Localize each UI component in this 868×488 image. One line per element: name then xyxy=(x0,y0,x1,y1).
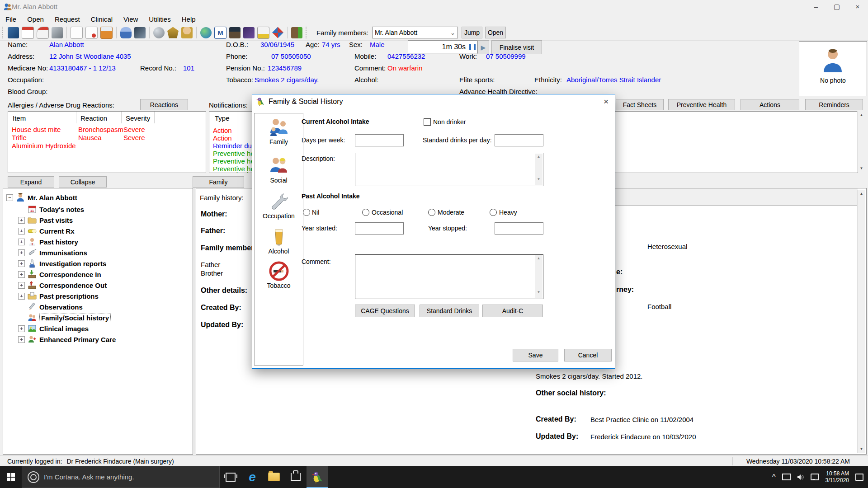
menu-open[interactable]: Open xyxy=(22,14,49,24)
audit-c-button[interactable]: Audit-C xyxy=(482,305,543,317)
tab-family[interactable]: Family xyxy=(193,176,244,188)
cortana-search-box[interactable]: I'm Cortana. Ask me anything. xyxy=(22,466,220,488)
imaging-icon[interactable] xyxy=(134,27,146,38)
education-icon[interactable] xyxy=(229,27,241,38)
tab-actions[interactable]: Actions xyxy=(741,99,799,110)
maximize-button[interactable]: ▢ xyxy=(826,0,847,13)
sidebar-item-family[interactable]: Family xyxy=(256,117,301,145)
menu-help[interactable]: Help xyxy=(176,14,201,24)
jump-button[interactable]: Jump xyxy=(462,27,482,38)
internet-icon[interactable] xyxy=(200,27,212,38)
expand-box-icon[interactable]: + xyxy=(18,217,25,224)
expand-button[interactable]: Expand xyxy=(8,176,54,188)
scales-icon[interactable] xyxy=(167,27,179,38)
tree-item-past-visits[interactable]: + Past visits xyxy=(18,216,73,225)
year-stopped-input[interactable] xyxy=(495,222,543,235)
sidebar-item-alcohol[interactable]: Alcohol xyxy=(256,227,301,255)
menu-request[interactable]: Request xyxy=(49,14,85,24)
non-drinker-checkbox[interactable] xyxy=(424,118,431,126)
sidebar-item-tobacco[interactable]: Tobacco xyxy=(256,261,301,289)
tray-message-icon[interactable] xyxy=(811,474,819,480)
days-per-week-input[interactable] xyxy=(355,134,404,146)
notification-row[interactable]: Preventive he xyxy=(213,150,255,157)
appointment-search-icon[interactable] xyxy=(37,27,49,39)
specimen-jar-icon[interactable] xyxy=(120,27,132,38)
save-button[interactable]: Save xyxy=(513,349,558,361)
radio-occasional[interactable] xyxy=(362,209,369,216)
file-explorer-icon[interactable] xyxy=(263,466,285,488)
pause-icon[interactable] xyxy=(469,44,476,50)
radio-heavy[interactable] xyxy=(490,209,497,216)
menu-utilities[interactable]: Utilities xyxy=(143,14,176,24)
new-document-icon[interactable] xyxy=(71,27,83,39)
prescription-bottle-icon[interactable] xyxy=(100,27,113,39)
expand-box-icon[interactable]: + xyxy=(18,271,25,278)
tree-item-current-rx[interactable]: + Current Rx xyxy=(18,226,75,235)
notification-row[interactable]: Action xyxy=(213,134,232,142)
tray-speaker-icon[interactable] xyxy=(797,474,804,480)
notification-row[interactable]: Preventive he xyxy=(213,157,255,165)
tray-display-icon[interactable] xyxy=(782,474,791,480)
cage-questions-button[interactable]: CAGE Questions xyxy=(355,305,415,317)
menu-file[interactable]: File xyxy=(0,14,22,24)
records-cabinet-icon[interactable] xyxy=(52,27,63,38)
report-printer-icon[interactable] xyxy=(257,27,269,39)
tree-item-investigation-reports[interactable]: + Investigation reports xyxy=(18,259,106,268)
sidebar-item-occupation[interactable]: Occupation xyxy=(256,192,301,220)
splitter[interactable] xyxy=(193,188,195,454)
notification-center-icon[interactable] xyxy=(855,474,863,481)
menu-view[interactable]: View xyxy=(118,14,143,24)
radio-nil[interactable] xyxy=(303,209,310,216)
comment-textarea[interactable]: ▲▼ xyxy=(355,254,543,299)
tree-item-clinical-images[interactable]: + Clinical images xyxy=(18,324,89,333)
notifications-scrollbar[interactable]: ▲ ▼ xyxy=(857,111,865,172)
tree-item-immunisations[interactable]: + Immunisations xyxy=(18,248,87,257)
allergy-col-item[interactable]: Item xyxy=(13,114,26,122)
letter-writer-icon[interactable] xyxy=(85,27,98,39)
tree-item-correspondence-out[interactable]: + Correspondence Out xyxy=(18,281,107,290)
notification-col-type[interactable]: Type xyxy=(215,114,230,122)
tab-preventive-health[interactable]: Preventive Health xyxy=(668,99,735,110)
allergy-col-severity[interactable]: Severity xyxy=(126,114,150,122)
tree-item-family-social-history[interactable]: Family/Social history xyxy=(18,313,111,322)
stethoscope-icon[interactable] xyxy=(153,27,165,38)
menu-clinical[interactable]: Clinical xyxy=(85,14,118,24)
standard-drinks-button[interactable]: Standard Drinks xyxy=(420,305,479,317)
appointment-book-icon[interactable] xyxy=(22,27,34,39)
word-processor-icon[interactable]: M xyxy=(214,27,226,39)
tree-item-past-history[interactable]: + Past history xyxy=(18,237,78,246)
dialog-title-bar[interactable]: Family & Social History × xyxy=(252,94,615,109)
expand-box-icon[interactable]: + xyxy=(18,325,25,332)
tree-item-todays-notes[interactable]: 11 Today's notes xyxy=(18,205,84,214)
collapse-box-icon[interactable]: − xyxy=(6,194,13,201)
patient-icon[interactable] xyxy=(181,27,193,38)
expand-box-icon[interactable]: + xyxy=(18,239,25,245)
reactions-button[interactable]: Reactions xyxy=(140,99,188,110)
tab-fact-sheets[interactable]: Fact Sheets xyxy=(616,99,664,110)
std-drinks-input[interactable] xyxy=(495,134,543,146)
exit-door-icon[interactable] xyxy=(291,27,302,38)
year-started-input[interactable] xyxy=(355,222,404,235)
close-button[interactable]: × xyxy=(847,0,868,13)
sidebar-item-social[interactable]: Social xyxy=(256,156,301,184)
best-practice-app-icon[interactable] xyxy=(307,466,328,488)
panel-scrollbar[interactable]: ▲ ▼ xyxy=(857,190,865,453)
dialog-close-icon[interactable]: × xyxy=(604,97,609,107)
start-button[interactable] xyxy=(0,466,22,488)
expand-box-icon[interactable]: + xyxy=(18,282,25,289)
minimize-button[interactable]: – xyxy=(806,0,826,13)
allergy-col-reaction[interactable]: Reaction xyxy=(80,114,107,122)
edge-icon[interactable]: e xyxy=(241,466,263,488)
store-icon[interactable] xyxy=(285,466,307,488)
task-view-icon[interactable] xyxy=(220,466,241,488)
notification-row[interactable]: Preventive he xyxy=(213,171,255,173)
utilities-icon[interactable] xyxy=(272,27,283,38)
family-members-select[interactable]: Mr. Alan Abbott ⌄ xyxy=(372,27,458,38)
tree-item-observations[interactable]: Observations xyxy=(18,302,83,311)
database-icon[interactable] xyxy=(243,27,255,38)
tree-root-patient[interactable]: − Mr. Alan Abbott xyxy=(6,193,77,202)
radio-moderate[interactable] xyxy=(428,209,435,216)
open-button[interactable]: Open xyxy=(485,27,506,38)
tree-item-enhanced-primary-care[interactable]: + Enhanced Primary Care xyxy=(18,335,116,344)
tab-reminders[interactable]: Reminders xyxy=(805,99,863,110)
